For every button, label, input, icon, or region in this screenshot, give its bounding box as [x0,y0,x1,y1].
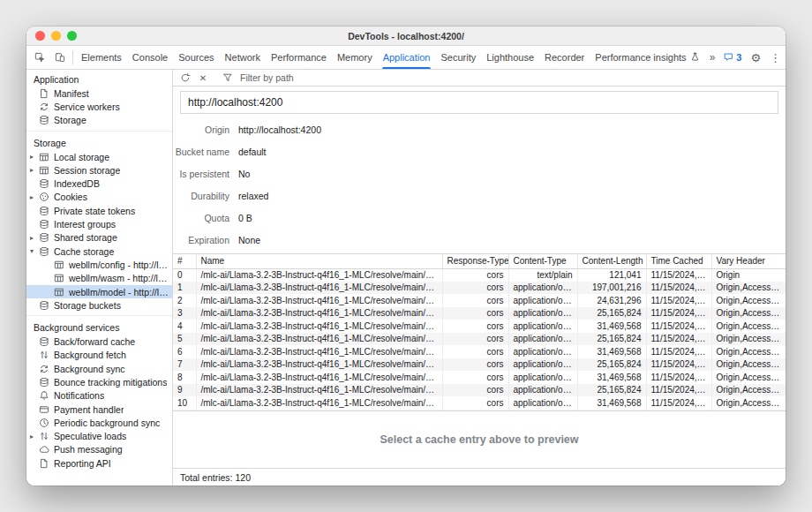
settings-gear-icon[interactable]: ⚙ [746,51,765,64]
sidebar-item-reporting-api[interactable]: Reporting API [26,456,172,470]
window-titlebar[interactable]: DevTools - localhost:4200/ [26,26,786,46]
cache-entry-row-3[interactable]: 3/mlc-ai/Llama-3.2-3B-Instruct-q4f16_1-M… [173,307,786,320]
sidebar-item-label: Background fetch [54,350,126,360]
cell-time-cached: 11/15/2024, 10… [646,320,711,333]
tab-memory[interactable]: Memory [332,46,378,69]
cache-entry-row-10[interactable]: 10/mlc-ai/Llama-3.2-3B-Instruct-q4f16_1-… [173,396,786,410]
expander-closed-icon[interactable]: ▸ [30,193,38,201]
cache-entry-row-1[interactable]: 1/mlc-ai/Llama-3.2-3B-Instruct-q4f16_1-M… [173,282,786,295]
more-tabs-icon[interactable]: » [705,51,720,64]
tab-performance[interactable]: Performance [266,46,332,69]
tab-console[interactable]: Console [127,46,173,69]
expander-closed-icon[interactable]: ▸ [30,234,38,242]
detail-value: default [238,147,267,157]
sidebar-item-service-workers[interactable]: Service workers [26,100,172,113]
issues-badge[interactable]: 3 [719,52,746,64]
device-toolbar-icon[interactable] [49,46,70,69]
sidebar-item-label: Interest groups [54,219,116,230]
tab-recorder[interactable]: Recorder [539,46,590,69]
sidebar-item-speculative-loads[interactable]: ▸Speculative loads [26,430,172,443]
column-header-[interactable]: # [173,254,196,268]
sidebar-item-background-sync[interactable]: Background sync [26,362,172,375]
cache-entry-row-9[interactable]: 9/mlc-ai/Llama-3.2-3B-Instruct-q4f16_1-M… [173,384,786,397]
sidebar-item-bounce-tracking-mitigations[interactable]: Bounce tracking mitigations [26,375,172,388]
expander-closed-icon[interactable]: ▸ [30,166,38,174]
refresh-icon[interactable] [177,72,194,83]
inspect-element-icon[interactable] [29,46,49,69]
column-header-response-type[interactable]: Response-Type [442,254,508,268]
sidebar-item-webllm-config-http-loc[interactable]: webllm/config - http://loc… [26,258,172,271]
cell-: 2 [173,294,196,307]
sidebar-item-cookies[interactable]: ▸Cookies [26,191,172,204]
cache-entry-row-2[interactable]: 2/mlc-ai/Llama-3.2-3B-Instruct-q4f16_1-M… [173,294,786,307]
tab-lighthouse[interactable]: Lighthouse [481,46,539,69]
kebab-menu-icon[interactable]: ⋮ [765,51,786,64]
filter-by-path-input[interactable]: Filter by path [240,72,294,83]
issues-bubble-icon [724,52,733,64]
sidebar-item-webllm-model-http-loc[interactable]: webllm/model - http://loc… [26,285,172,298]
sidebar-item-storage[interactable]: Storage [26,114,172,127]
column-header-name[interactable]: Name [196,254,442,268]
cell-name: /mlc-ai/Llama-3.2-3B-Instruct-q4f16_1-ML… [196,307,442,320]
sidebar-item-cache-storage[interactable]: ▾Cache storage [26,245,172,258]
filter-funnel-icon[interactable] [219,72,237,83]
tab-security[interactable]: Security [435,46,481,69]
sidebar-item-shared-storage[interactable]: ▸Shared storage [26,231,172,245]
cell-: 7 [173,358,196,372]
tab-label: Sources [178,52,214,63]
cell-response-type: cors [442,282,508,295]
sidebar-section-storage: Storage▸Local storage▸Session storageInd… [26,131,172,312]
cache-entry-row-6[interactable]: 6/mlc-ai/Llama-3.2-3B-Instruct-q4f16_1-M… [173,345,786,358]
cache-detail-is-persistent: Is persistentNo [173,162,786,184]
tab-performance-insights[interactable]: Performance insights [590,46,704,69]
column-header-vary-header[interactable]: Vary Header [711,254,786,268]
minimize-window-button[interactable] [51,31,61,41]
column-header-content-length[interactable]: Content-Length [577,254,646,268]
sidebar-item-label: Local storage [54,152,109,162]
sidebar-item-interest-groups[interactable]: Interest groups [26,217,172,230]
sidebar-item-indexeddb[interactable]: IndexedDB [26,177,172,190]
cache-origin-header: http://localhost:4200 [180,91,778,114]
sidebar-item-label: Storage [54,115,86,125]
tab-elements[interactable]: Elements [76,46,127,69]
expander-open-icon[interactable]: ▾ [30,247,38,255]
cell-: 1 [173,282,196,295]
cell-content-type: application/oc… [508,307,577,320]
expander-closed-icon[interactable]: ▸ [30,433,38,440]
sidebar-item-session-storage[interactable]: ▸Session storage [26,163,172,177]
tab-application[interactable]: Application [378,46,436,69]
sidebar-item-webllm-wasm-http-loca[interactable]: webllm/wasm - http://loca… [26,272,172,285]
sidebar-item-payment-handler[interactable]: Payment handler [26,403,172,416]
sidebar-item-background-fetch[interactable]: Background fetch [26,349,172,362]
sidebar-section-title: Application [26,72,172,87]
clear-icon[interactable]: ✕ [195,73,211,83]
sidebar-item-private-state-tokens[interactable]: Private state tokens [26,204,172,217]
column-header-content-type[interactable]: Content-Type [508,254,577,268]
tab-network[interactable]: Network [220,46,266,69]
expander-closed-icon[interactable]: ▸ [30,153,38,161]
sidebar-item-local-storage[interactable]: ▸Local storage [26,150,172,163]
cache-entry-row-5[interactable]: 5/mlc-ai/Llama-3.2-3B-Instruct-q4f16_1-M… [173,333,786,346]
tab-sources[interactable]: Sources [173,46,219,69]
cache-entry-row-8[interactable]: 8/mlc-ai/Llama-3.2-3B-Instruct-q4f16_1-M… [173,371,786,384]
devtools-tabbar: ElementsConsoleSourcesNetworkPerformance… [26,46,786,70]
zoom-window-button[interactable] [67,31,77,41]
cache-entry-row-0[interactable]: 0/mlc-ai/Llama-3.2-3B-Instruct-q4f16_1-M… [173,268,786,282]
sidebar-item-manifest[interactable]: Manifest [26,87,172,100]
cache-detail-bucket-name: Bucket namedefault [173,140,786,162]
sidebar-item-push-messaging[interactable]: Push messaging [26,443,172,456]
cache-entry-row-4[interactable]: 4/mlc-ai/Llama-3.2-3B-Instruct-q4f16_1-M… [173,320,786,333]
close-window-button[interactable] [35,31,45,41]
sidebar-item-notifications[interactable]: Notifications [26,389,172,403]
tab-label: Security [440,52,476,63]
sidebar-item-storage-buckets[interactable]: Storage buckets [26,298,172,312]
sidebar-item-periodic-background-sync[interactable]: Periodic background sync [26,416,172,429]
column-header-time-cached[interactable]: Time Cached [646,254,711,268]
cache-metadata: Originhttp://localhost:4200Bucket namede… [173,114,786,253]
sidebar-section-application: ApplicationManifestService workersStorag… [26,72,172,127]
cache-entry-row-7[interactable]: 7/mlc-ai/Llama-3.2-3B-Instruct-q4f16_1-M… [173,358,786,372]
window-title: DevTools - localhost:4200/ [348,31,464,41]
cell-content-type: application/oc… [508,371,577,384]
cell-content-length: 24,631,296 [577,294,646,307]
sidebar-item-back-forward-cache[interactable]: Back/forward cache [26,335,172,348]
